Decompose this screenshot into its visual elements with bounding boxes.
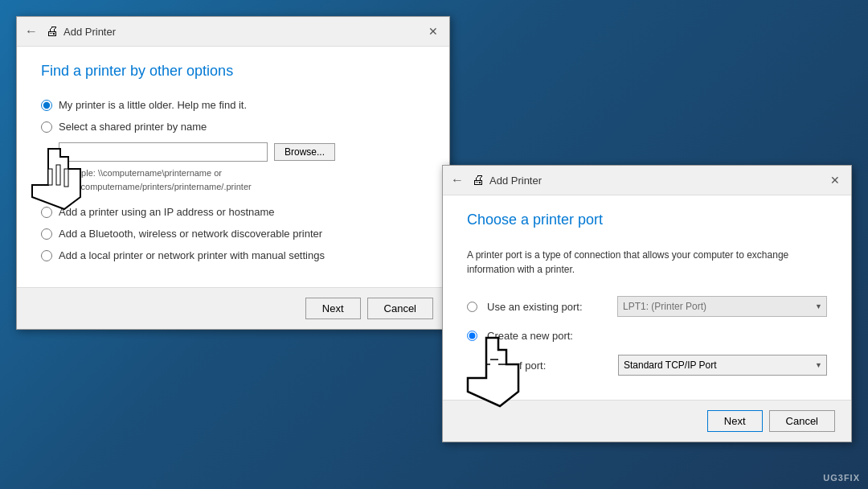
next-button-window1[interactable]: Next — [305, 298, 361, 319]
option-row-5: Add a local printer or network printer w… — [41, 249, 425, 261]
existing-port-select-wrapper: LPT1: (Printer Port) — [617, 296, 827, 317]
watermark: UG3FIX — [823, 473, 860, 483]
radio-local-printer[interactable] — [41, 250, 52, 261]
window2-body: Choose a printer port A printer port is … — [443, 195, 851, 400]
option-row-3: Add a printer using an IP address or hos… — [41, 206, 425, 218]
use-existing-row: Use an existing port: LPT1: (Printer Por… — [467, 296, 827, 317]
window1-heading: Find a printer by other options — [41, 63, 425, 80]
choose-port-window: ← 🖨 Add Printer ✕ Choose a printer port … — [442, 165, 852, 442]
radio-new-port[interactable] — [467, 331, 477, 341]
close-button-window2[interactable]: ✕ — [827, 172, 843, 188]
create-new-row: Create a new port: — [467, 330, 827, 342]
existing-port-select[interactable]: LPT1: (Printer Port) — [617, 296, 827, 317]
radio-shared-printer[interactable] — [41, 121, 52, 133]
label-shared-printer: Select a shared printer by name — [59, 121, 207, 133]
find-printer-window: ← 🖨 Add Printer ✕ Find a printer by othe… — [16, 16, 450, 330]
example-text: Example: \\computername\printername orht… — [59, 166, 425, 193]
radio-bluetooth-printer[interactable] — [41, 228, 52, 240]
titlebar-window2: ← 🖨 Add Printer ✕ — [443, 166, 851, 195]
titlebar-left: ← 🖨 Add Printer — [25, 24, 116, 39]
window1-footer: Next Cancel — [17, 287, 449, 329]
cancel-button-window2[interactable]: Cancel — [769, 410, 835, 432]
window1-title: Add Printer — [63, 26, 116, 38]
window1-body: Find a printer by other options My print… — [17, 47, 449, 287]
label-existing-port: Use an existing port: — [487, 301, 608, 313]
option-row-1: My printer is a little older. Help me fi… — [41, 99, 425, 111]
label-new-port: Create a new port: — [487, 330, 608, 342]
type-of-port-row: Type of port: Standard TCP/IP Port — [488, 355, 827, 376]
cancel-button-window1[interactable]: Cancel — [367, 298, 433, 319]
type-of-port-select[interactable]: Standard TCP/IP Port — [618, 355, 827, 376]
titlebar-window1: ← 🖨 Add Printer ✕ — [17, 17, 449, 47]
label-local-printer: Add a local printer or network printer w… — [59, 249, 325, 261]
window2-title: Add Printer — [489, 175, 542, 187]
type-of-port-select-wrapper: Standard TCP/IP Port — [618, 355, 827, 376]
next-button-window2[interactable]: Next — [707, 410, 763, 432]
radio-older-printer[interactable] — [41, 100, 52, 111]
printer-name-input[interactable] — [59, 142, 268, 162]
type-of-port-label: Type of port: — [488, 360, 608, 372]
window2-description: A printer port is a type of connection t… — [467, 248, 827, 277]
browse-row: Browse... — [59, 142, 425, 162]
option-row-2: Select a shared printer by name — [41, 121, 425, 133]
back-button-window1[interactable]: ← — [25, 24, 38, 39]
close-button-window1[interactable]: ✕ — [425, 23, 441, 39]
label-older-printer: My printer is a little older. Help me fi… — [59, 99, 247, 111]
label-ip-printer: Add a printer using an IP address or hos… — [59, 206, 275, 218]
radio-ip-printer[interactable] — [41, 207, 52, 218]
window2-footer: Next Cancel — [443, 400, 851, 442]
label-bluetooth-printer: Add a Bluetooth, wireless or network dis… — [59, 228, 322, 240]
titlebar-left-2: ← 🖨 Add Printer — [451, 173, 542, 187]
browse-button[interactable]: Browse... — [274, 143, 335, 161]
back-button-window2[interactable]: ← — [451, 173, 464, 187]
printer-icon-window1: 🖨 — [46, 24, 59, 39]
radio-existing-port[interactable] — [467, 302, 477, 312]
option-row-4: Add a Bluetooth, wireless or network dis… — [41, 228, 425, 240]
window2-heading: Choose a printer port — [467, 212, 827, 228]
printer-icon-window2: 🖨 — [472, 173, 485, 187]
